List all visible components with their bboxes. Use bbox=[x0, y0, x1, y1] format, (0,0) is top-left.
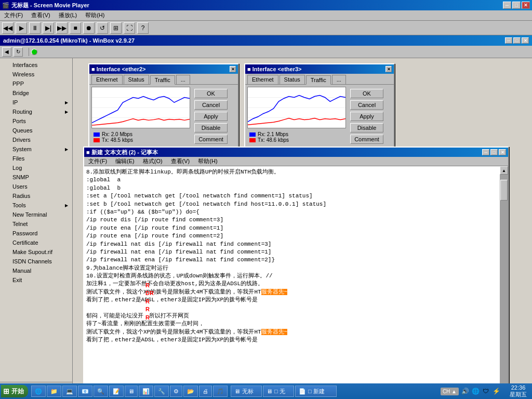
tray-icon-4[interactable]: ⚡ bbox=[492, 387, 500, 395]
quick-launch-10[interactable]: ⚙ bbox=[170, 385, 182, 397]
notepad-menu-edit[interactable]: 编辑(E) bbox=[113, 157, 137, 166]
sidebar-item-interfaces[interactable]: Interfaces bbox=[0, 60, 72, 70]
ether3-tab-status[interactable]: Status bbox=[280, 75, 305, 84]
sidebar-item-make-supout[interactable]: Make Supout.rif bbox=[0, 247, 72, 257]
sidebar-item-wireless[interactable]: Wireless bbox=[0, 70, 72, 79]
sidebar-item-isdn[interactable]: ISDN Channels bbox=[0, 257, 72, 266]
notepad-minimize-btn[interactable]: ─ bbox=[482, 149, 489, 155]
quick-launch-1[interactable]: 🌐 bbox=[31, 385, 46, 397]
toolbar-pause-btn[interactable]: ⏸ bbox=[29, 22, 41, 34]
ether3-ok-btn[interactable]: OK bbox=[350, 89, 383, 98]
sidebar-item-radius[interactable]: Radius bbox=[0, 191, 72, 201]
quick-launch-12[interactable]: 🖨 bbox=[199, 385, 212, 397]
toolbar-fullscreen-btn[interactable]: ⛶ bbox=[124, 22, 135, 34]
sidebar-item-new-terminal[interactable]: New Terminal bbox=[0, 210, 72, 219]
sidebar-item-manual[interactable]: Manual bbox=[0, 266, 72, 275]
scroll-thumb[interactable] bbox=[500, 180, 508, 201]
sidebar-item-users[interactable]: Users bbox=[0, 182, 72, 191]
sidebar-item-tools[interactable]: Tools ▶ bbox=[0, 201, 72, 210]
taskbar-task-3[interactable]: 📄 □ 新建 bbox=[295, 385, 337, 397]
toolbar-loop-btn[interactable]: ↺ bbox=[97, 22, 108, 34]
menu-play[interactable]: 播放(L) bbox=[57, 11, 79, 20]
ether3-cancel-btn[interactable]: Cancel bbox=[350, 100, 383, 110]
movie-minimize-btn[interactable]: ─ bbox=[503, 2, 511, 9]
sidebar-item-system[interactable]: System ▶ bbox=[0, 144, 72, 154]
notepad-close-btn[interactable]: ✕ bbox=[499, 149, 506, 155]
quick-launch-5[interactable]: 🔍 bbox=[94, 385, 108, 397]
winbox-refresh-btn[interactable]: ↻ bbox=[14, 47, 23, 57]
quick-launch-2[interactable]: 📁 bbox=[47, 385, 61, 397]
ether2-tab-more[interactable]: ... bbox=[176, 75, 190, 84]
notepad-menu-help[interactable]: 帮助(H) bbox=[196, 157, 219, 166]
quick-launch-6[interactable]: 📝 bbox=[109, 385, 124, 397]
sidebar-item-snmp[interactable]: SNMP bbox=[0, 172, 72, 182]
quick-launch-11[interactable]: 📂 bbox=[183, 385, 198, 397]
quick-launch-7[interactable]: 🖥 bbox=[125, 385, 138, 397]
sidebar-item-bridge[interactable]: Bridge bbox=[0, 88, 72, 98]
notepad-menu-view[interactable]: 查看(V) bbox=[169, 157, 192, 166]
tray-icon-2[interactable]: 🌐 bbox=[471, 387, 480, 395]
scroll-track[interactable] bbox=[500, 175, 508, 387]
winbox-back-btn[interactable]: ◀ bbox=[2, 47, 11, 57]
quick-launch-13[interactable]: 🎵 bbox=[213, 385, 228, 397]
tray-icon-3[interactable]: 🛡 bbox=[482, 387, 490, 395]
quick-launch-8[interactable]: 📊 bbox=[139, 385, 153, 397]
ether2-apply-btn[interactable]: Apply bbox=[194, 112, 228, 121]
winbox-minimize-btn[interactable]: ─ bbox=[505, 37, 512, 44]
menu-help[interactable]: 帮助(H) bbox=[83, 11, 107, 20]
scroll-up-btn[interactable]: ▲ bbox=[500, 166, 508, 175]
ether3-tab-traffic[interactable]: Traffic bbox=[306, 75, 331, 85]
sidebar-item-ip[interactable]: IP ▶ bbox=[0, 98, 72, 107]
sidebar-item-queues[interactable]: Queues bbox=[0, 126, 72, 135]
sidebar-item-certificate[interactable]: Certificate bbox=[0, 238, 72, 247]
ether2-comment-btn[interactable]: Comment bbox=[194, 135, 228, 144]
ether2-close-btn[interactable]: ✕ bbox=[230, 66, 236, 72]
ether3-disable-btn[interactable]: Disable bbox=[350, 123, 383, 132]
sidebar-item-ports[interactable]: Ports bbox=[0, 116, 72, 126]
toolbar-record-btn[interactable]: ⏺ bbox=[83, 22, 95, 34]
notepad-scrollbar[interactable]: ▲ ▼ bbox=[500, 166, 508, 395]
quick-launch-9[interactable]: 🔧 bbox=[154, 385, 169, 397]
ether2-tab-ethernet[interactable]: Ethernet bbox=[91, 75, 123, 84]
sidebar-item-telnet[interactable]: Telnet bbox=[0, 219, 72, 229]
sidebar-item-log[interactable]: Log bbox=[0, 163, 72, 172]
ether3-apply-btn[interactable]: Apply bbox=[350, 112, 383, 121]
ch-indicator[interactable]: CH ▲ bbox=[441, 388, 459, 395]
quick-launch-4[interactable]: 📧 bbox=[78, 385, 92, 397]
ether2-tab-traffic[interactable]: Traffic bbox=[150, 75, 175, 85]
movie-close-btn[interactable]: ✕ bbox=[522, 2, 530, 9]
menu-view[interactable]: 查看(V) bbox=[29, 11, 52, 20]
ether2-disable-btn[interactable]: Disable bbox=[194, 123, 228, 132]
ether2-tab-status[interactable]: Status bbox=[124, 75, 149, 84]
toolbar-resize-btn[interactable]: ⊞ bbox=[110, 22, 122, 34]
menu-file[interactable]: 文件(F) bbox=[2, 11, 25, 20]
winbox-close-btn[interactable]: ✕ bbox=[522, 37, 529, 44]
winbox-restore-btn[interactable]: □ bbox=[513, 37, 521, 44]
ether2-ok-btn[interactable]: OK bbox=[194, 89, 228, 98]
movie-restore-btn[interactable]: □ bbox=[512, 2, 521, 9]
sidebar-item-ppp[interactable]: PPP bbox=[0, 79, 72, 88]
toolbar-play-btn[interactable]: ▶ bbox=[16, 22, 27, 34]
toolbar-next-frame-btn[interactable]: ▶| bbox=[43, 22, 54, 34]
taskbar-task-2[interactable]: 🖥 □ 无 bbox=[263, 385, 294, 397]
ether3-close-btn[interactable]: ✕ bbox=[385, 66, 392, 72]
sidebar-item-password[interactable]: Password bbox=[0, 229, 72, 238]
notepad-menu-format[interactable]: 格式(O) bbox=[141, 157, 165, 166]
start-button[interactable]: ⊞ 开始 bbox=[1, 385, 28, 397]
notepad-restore-btn[interactable]: □ bbox=[490, 149, 498, 155]
sidebar-item-files[interactable]: Files bbox=[0, 154, 72, 163]
toolbar-prev-btn[interactable]: ◀◀ bbox=[2, 22, 14, 34]
sidebar-item-drivers[interactable]: Drivers bbox=[0, 135, 72, 144]
sidebar-item-exit[interactable]: Exit bbox=[0, 275, 72, 285]
ether3-comment-btn[interactable]: Comment bbox=[350, 135, 383, 144]
sidebar-item-routing[interactable]: Routing ▶ bbox=[0, 107, 72, 116]
ether3-tab-more[interactable]: ... bbox=[332, 75, 346, 84]
tray-icon-1[interactable]: 🔊 bbox=[461, 387, 469, 395]
ether2-cancel-btn[interactable]: Cancel bbox=[194, 100, 228, 110]
taskbar-task-1[interactable]: 🖥 无标 bbox=[231, 385, 262, 397]
ether3-tab-ethernet[interactable]: Ethernet bbox=[247, 75, 278, 84]
taskbar-clock[interactable]: 22:36 星期五 bbox=[506, 384, 531, 398]
toolbar-question-btn[interactable]: ? bbox=[137, 22, 149, 34]
toolbar-stop-btn[interactable]: ■ bbox=[70, 22, 81, 34]
notepad-text-area[interactable]: 8.添加双线判断正常脚本linkup。即两条线路UP的时候开启NTH负载均衡。 … bbox=[84, 166, 500, 395]
